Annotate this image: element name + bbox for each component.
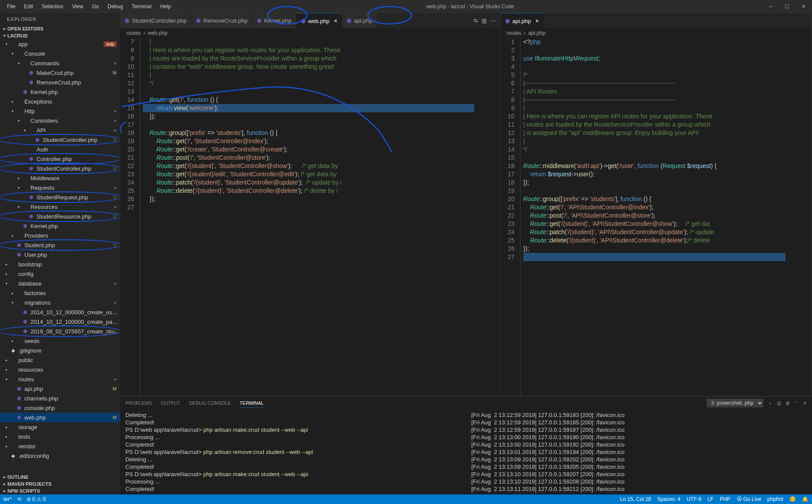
close-icon[interactable]: × — [536, 17, 539, 24]
tree-item[interactable]: Auth — [0, 144, 120, 154]
tab[interactable]: ⬢RemoveCrud.php — [192, 13, 253, 28]
section-open-editors[interactable]: ▸OPEN EDITORS — [0, 25, 120, 32]
tree-item[interactable]: ▸Exceptions — [0, 97, 120, 106]
panel-tab-problems[interactable]: PROBLEMS — [125, 399, 152, 407]
tree-item[interactable]: ⬢2014_10_12_000000_create_users_table.ph… — [0, 307, 120, 317]
tree-item[interactable]: ⬢StudentRequest.phpU — [0, 192, 120, 202]
section-workspace[interactable]: ▾LACRUD — [0, 32, 120, 39]
menu-file[interactable]: File — [3, 2, 19, 11]
tree-item[interactable]: ▾routes● — [0, 374, 120, 384]
status-item[interactable]: ⟲ — [17, 496, 21, 502]
tree-item[interactable]: ⬢User.php — [0, 250, 120, 259]
menu-terminal[interactable]: Terminal — [128, 2, 155, 11]
tab[interactable]: ⬢web.php× — [296, 13, 342, 28]
status-item[interactable]: LF — [708, 496, 714, 502]
tree-item[interactable]: ⬢2019_08_02_075657_create_students_table… — [0, 326, 120, 336]
minimize-button[interactable]: ─ — [766, 3, 775, 10]
tree-item[interactable]: ⬢StudentResource.phpU — [0, 212, 120, 221]
breadcrumb-item[interactable]: web.php — [148, 30, 167, 36]
menu-help[interactable]: Help — [157, 2, 175, 11]
file-tree[interactable]: ▾appsnip▾Console▾Commands●⬢MakeCrud.phpM… — [0, 39, 120, 474]
tree-item[interactable]: ⬢web.phpM — [0, 413, 120, 422]
tree-item[interactable]: ⬢Kernel.php — [0, 221, 120, 231]
panel-tab-debug console[interactable]: DEBUG CONSOLE — [189, 399, 231, 407]
status-item[interactable]: Ln 15, Col 28 — [620, 496, 651, 502]
tree-item[interactable]: ⬢Kernel.php — [0, 87, 120, 97]
tree-item[interactable]: ▸storage — [0, 422, 120, 432]
menu-debug[interactable]: Debug — [104, 2, 126, 11]
tree-item[interactable]: ⬢Controller.php — [0, 154, 120, 164]
tree-item[interactable]: ▾Controllers● — [0, 116, 120, 125]
tree-item[interactable]: ▾database● — [0, 279, 120, 288]
menu-edit[interactable]: Edit — [20, 2, 37, 11]
tree-item[interactable]: ▾Console — [0, 49, 120, 58]
tab[interactable]: ⬢StudentController.php — [120, 13, 192, 28]
tree-item[interactable]: ▾Resources● — [0, 202, 120, 212]
tree-item[interactable]: ◆.gitignore — [0, 346, 120, 355]
tree-item[interactable]: ▸bootstrap — [0, 259, 120, 269]
section-outline[interactable]: ▸OUTLINE — [0, 474, 120, 480]
tree-item[interactable]: ⬢RemoveCrud.php — [0, 77, 120, 87]
minimap-right[interactable] — [785, 38, 812, 396]
status-item[interactable]: ter* — [3, 496, 12, 502]
tree-item[interactable]: ⬢MakeCrud.phpM — [0, 68, 120, 77]
breadcrumb-right[interactable]: routes›api.php — [501, 28, 812, 38]
tree-item[interactable]: ⬢api.phpM — [0, 384, 120, 393]
tree-item[interactable]: ▾migrations● — [0, 298, 120, 307]
tab[interactable]: ⬢Kernel.php — [253, 13, 296, 28]
tree-item[interactable]: ⬢Student.phpU — [0, 240, 120, 250]
terminal-select[interactable]: 3: powershell, php — [707, 399, 763, 407]
tree-item[interactable]: ▾appsnip — [0, 39, 120, 49]
tree-item[interactable]: ▸vendor — [0, 441, 120, 451]
maximize-panel-icon[interactable]: ⌃ — [795, 399, 799, 408]
tab[interactable]: ⬢api.php — [342, 13, 377, 28]
tree-item[interactable]: ▸resources — [0, 365, 120, 374]
split-terminal-icon[interactable]: ▥ — [777, 399, 781, 408]
section-npm[interactable]: ▸NPM SCRIPTS — [0, 487, 120, 494]
tree-item[interactable]: ▸factories — [0, 288, 120, 298]
tree-item[interactable]: ⬢StudentController.phpU — [0, 135, 120, 144]
breadcrumb-item[interactable]: api.php — [528, 30, 545, 36]
menu-view[interactable]: View — [68, 2, 87, 11]
tree-item[interactable]: ▸public — [0, 355, 120, 365]
status-item[interactable]: Spaces: 4 — [657, 496, 681, 502]
status-item[interactable]: phpfmt — [767, 496, 783, 502]
tree-item[interactable]: ▾API● — [0, 125, 120, 135]
status-item[interactable]: ⊘ 0 ⚠ 0 — [27, 496, 46, 502]
tree-item[interactable]: ⬢StudentController.phpU — [0, 164, 120, 173]
tree-item[interactable]: ⬢2014_10_12_100000_create_password_reset… — [0, 317, 120, 326]
trash-icon[interactable]: 🗑 — [785, 399, 790, 407]
tree-item[interactable]: ▸seeds — [0, 336, 120, 346]
status-item[interactable]: 😊 — [789, 496, 796, 502]
status-item[interactable]: ⦿ Go Live — [737, 496, 761, 502]
terminal[interactable]: Deleting ...Completed!PS D:\web app\lara… — [120, 410, 812, 494]
tree-item[interactable]: ⬢channels.php — [0, 393, 120, 403]
code-editor-right[interactable]: 1234567891011121314151617181920212223242… — [501, 38, 812, 396]
tree-item[interactable]: ▾Commands● — [0, 58, 120, 68]
minimap-left[interactable] — [474, 38, 500, 396]
status-item[interactable]: UTF-8 — [687, 496, 701, 502]
tree-item[interactable]: ▸Middleware — [0, 173, 120, 183]
tab[interactable]: ⬢api.php× — [501, 13, 544, 28]
breadcrumb-item[interactable]: routes — [126, 30, 141, 36]
close-panel-icon[interactable]: ✕ — [803, 399, 807, 408]
split-icon[interactable]: ▥ — [482, 17, 487, 24]
panel-tab-terminal[interactable]: TERMINAL — [239, 399, 264, 408]
tree-item[interactable]: ▸Providers — [0, 231, 120, 240]
panel-tab-output[interactable]: OUTPUT — [161, 399, 180, 407]
menu-go[interactable]: Go — [88, 2, 102, 11]
compare-icon[interactable]: ⇆ — [473, 17, 478, 24]
tree-item[interactable]: ▾Http● — [0, 106, 120, 116]
more-icon[interactable]: ⋯ — [490, 17, 496, 24]
tree-item[interactable]: ▾Requests● — [0, 183, 120, 192]
status-item[interactable]: PHP — [720, 496, 731, 502]
maximize-button[interactable]: ☐ — [782, 3, 792, 10]
code-editor-left[interactable]: 789101112131415161718192021222324252627 … — [120, 38, 500, 396]
menu-selection[interactable]: Selection — [38, 2, 67, 11]
status-item[interactable]: 🔔 — [802, 496, 809, 502]
tree-item[interactable]: ◆.editorconfig — [0, 451, 120, 460]
close-button[interactable]: ✕ — [799, 3, 809, 10]
breadcrumb-item[interactable]: routes — [507, 30, 521, 36]
close-icon[interactable]: × — [334, 17, 337, 24]
new-terminal-icon[interactable]: ＋ — [768, 398, 772, 408]
